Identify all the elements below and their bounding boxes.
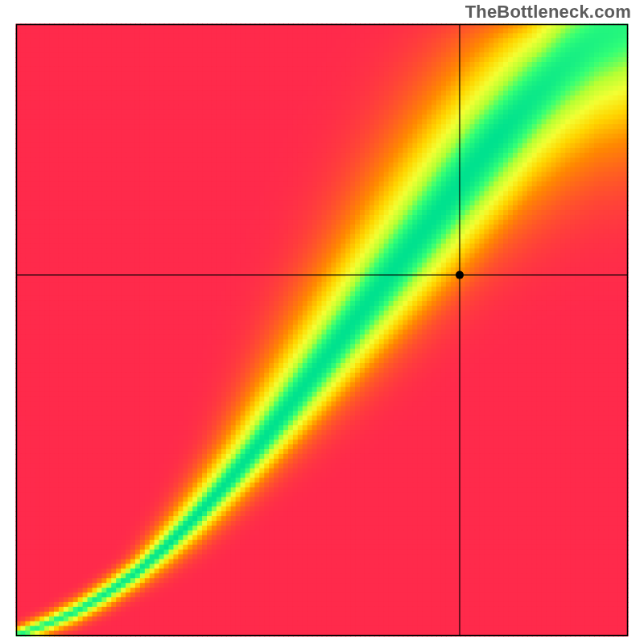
watermark-text: TheBottleneck.com (465, 2, 631, 23)
heatmap-canvas (0, 0, 644, 644)
chart-container: TheBottleneck.com (0, 0, 644, 644)
